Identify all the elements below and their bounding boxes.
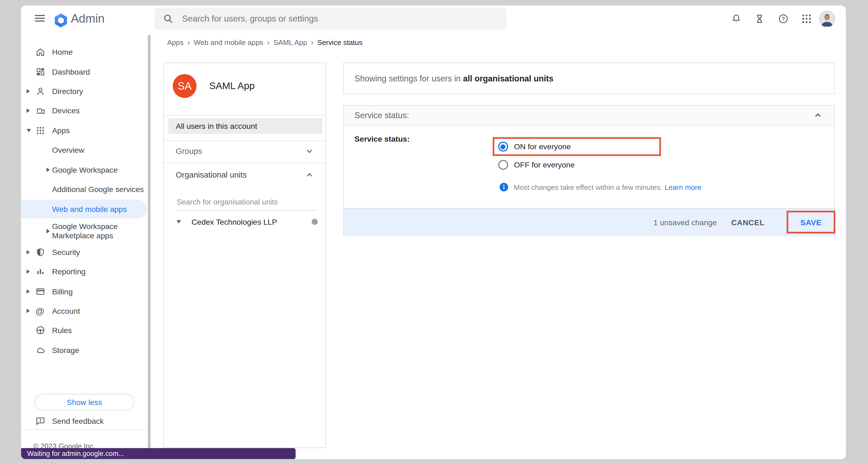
sidebar-item-google-workspace[interactable]: Google Workspace: [21, 160, 147, 179]
search-input[interactable]: [181, 13, 506, 25]
breadcrumb-web-and-mobile-apps[interactable]: Web and mobile apps: [194, 38, 264, 46]
service-status-card: Service status: Service status: ON for e…: [343, 105, 835, 235]
sidebar-nav: Home Dashboard Directo: [21, 32, 147, 459]
credit-card-icon: [35, 286, 45, 296]
annotation-highlight-save: SAVE: [786, 211, 835, 233]
cloud-icon: [35, 345, 45, 355]
radio-on-for-everyone[interactable]: ON for everyone: [498, 141, 571, 152]
main-menu-button[interactable]: [29, 7, 51, 29]
expand-caret-icon[interactable]: [26, 308, 30, 313]
sidebar-item-account[interactable]: @ Account: [21, 301, 147, 320]
org-units-search-input[interactable]: [176, 194, 317, 211]
at-sign-icon: @: [35, 306, 44, 316]
home-icon: [35, 47, 45, 57]
bell-icon: [731, 13, 742, 25]
tasks-button[interactable]: [748, 8, 770, 30]
sidebar-item-billing[interactable]: Billing: [21, 282, 147, 301]
shield-icon: [35, 247, 45, 257]
groups-section-toggle[interactable]: Groups: [163, 140, 326, 162]
expand-caret-icon[interactable]: [26, 289, 30, 293]
save-button[interactable]: SAVE: [800, 218, 822, 227]
unsaved-changes-bar: 1 unsaved change CANCEL SAVE: [344, 208, 834, 236]
scope-banner: Showing settings for users in all organi…: [343, 63, 835, 94]
google-admin-logo-icon: [54, 13, 68, 28]
sidebar-item-directory[interactable]: Directory: [21, 82, 147, 101]
expand-caret-icon[interactable]: [46, 167, 50, 172]
hourglass-icon: [754, 13, 765, 25]
sidebar-item-additional-google-services[interactable]: Additional Google services: [21, 180, 147, 199]
account-avatar[interactable]: [819, 11, 835, 27]
desktop-background: Admin ?: [0, 0, 868, 463]
expand-caret-icon[interactable]: [26, 89, 30, 93]
cancel-button[interactable]: CANCEL: [731, 218, 765, 227]
svg-text:?: ?: [782, 16, 785, 22]
sidebar-item-dashboard[interactable]: Dashboard: [21, 62, 147, 81]
app-name: SAML App: [209, 80, 255, 92]
apps-grid-icon: [35, 125, 45, 135]
scope-prefix: Showing settings for users in: [355, 73, 463, 83]
show-less-button[interactable]: Show less: [34, 394, 135, 410]
scope-value: all organisational units: [463, 73, 553, 83]
notifications-button[interactable]: [725, 8, 747, 30]
breadcrumb-current: Service status: [317, 38, 363, 46]
org-unit-status-dot: [311, 219, 317, 224]
sidebar-item-apps[interactable]: Apps: [21, 121, 147, 140]
chevron-up-icon: [305, 171, 313, 178]
collapse-caret-icon[interactable]: [26, 129, 31, 132]
org-units-section-toggle[interactable]: Organisational units: [163, 163, 326, 186]
bar-chart-icon: [35, 267, 45, 277]
sidebar-item-rules[interactable]: Rules: [21, 321, 147, 340]
breadcrumb-separator: ›: [267, 38, 270, 46]
sidebar-item-web-and-mobile-apps[interactable]: Web and mobile apps: [21, 199, 147, 218]
breadcrumb: Apps › Web and mobile apps › SAML App › …: [167, 36, 362, 48]
expand-caret-icon[interactable]: [26, 250, 30, 254]
search-icon: [163, 14, 174, 24]
sidebar-item-overview[interactable]: Overview: [21, 140, 147, 159]
avatar-photo-icon: [819, 11, 835, 27]
breadcrumb-separator: ›: [188, 38, 190, 46]
chevron-down-icon: [305, 147, 313, 155]
global-search[interactable]: [155, 8, 506, 30]
radio-off-for-everyone[interactable]: OFF for everyone: [498, 159, 575, 170]
collapse-chevron-icon[interactable]: [814, 111, 822, 119]
service-status-header[interactable]: Service status:: [344, 106, 834, 125]
sidebar-item-gw-marketplace-apps[interactable]: Google Workspace Marketplace apps: [21, 221, 147, 241]
steering-wheel-icon: [35, 325, 45, 335]
radio-selected-icon[interactable]: [498, 142, 508, 152]
help-icon: ?: [778, 13, 789, 25]
google-apps-button[interactable]: [796, 8, 817, 30]
help-button[interactable]: ?: [772, 8, 795, 30]
org-unit-root-item[interactable]: Cedex Technologies LLP: [163, 213, 326, 230]
all-users-item[interactable]: All users in this account: [168, 118, 322, 134]
breadcrumb-saml-app[interactable]: SAML App: [273, 38, 307, 46]
sidebar-item-security[interactable]: Security: [21, 243, 147, 261]
status-text: Waiting for admin.google.com...: [27, 450, 124, 457]
expand-caret-icon[interactable]: [46, 229, 50, 233]
devices-icon: [35, 106, 45, 116]
unsaved-count: 1 unsaved change: [653, 218, 717, 227]
breadcrumb-apps[interactable]: Apps: [167, 38, 183, 46]
sidebar-scrollbar[interactable]: [148, 35, 151, 454]
radio-unselected-icon[interactable]: [498, 160, 508, 170]
expand-caret-icon[interactable]: [26, 108, 30, 113]
send-feedback-button[interactable]: Send feedback: [21, 411, 147, 430]
info-note: Most changes take effect within a few mi…: [499, 183, 702, 192]
breadcrumb-separator: ›: [311, 38, 313, 46]
sidebar-item-devices[interactable]: Devices: [21, 101, 147, 120]
field-label: Service status:: [355, 135, 410, 143]
app-summary-panel: SA SAML App All users in this account Gr…: [163, 63, 326, 448]
section-title: Service status:: [355, 110, 409, 120]
person-icon: [35, 86, 45, 96]
hamburger-icon: [35, 15, 45, 16]
admin-console-window: Admin ?: [21, 5, 846, 459]
learn-more-link[interactable]: Learn more: [664, 183, 702, 191]
sidebar-item-storage[interactable]: Storage: [21, 340, 147, 359]
feedback-icon: [35, 416, 45, 426]
tree-expand-caret-icon[interactable]: [176, 220, 181, 223]
sidebar-item-reporting[interactable]: Reporting: [21, 262, 147, 281]
product-title: Admin: [71, 12, 105, 26]
dashboard-icon: [35, 67, 45, 77]
app-avatar: SA: [173, 74, 196, 98]
sidebar-item-home[interactable]: Home: [21, 42, 147, 61]
expand-caret-icon[interactable]: [26, 269, 30, 274]
